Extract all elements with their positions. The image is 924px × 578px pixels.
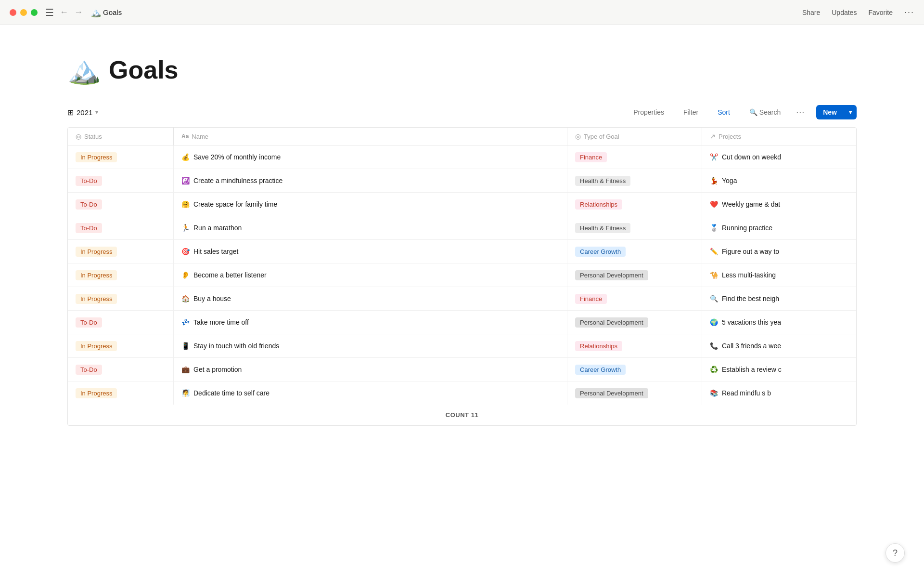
row-name[interactable]: 📱 Stay in touch with old friends	[174, 334, 567, 357]
table-row[interactable]: To-Do 💼 Get a promotion Career Growth ♻️…	[68, 358, 856, 381]
share-button[interactable]: Share	[802, 9, 820, 16]
table-row[interactable]: To-Do 🏃 Run a marathon Health & Fitness …	[68, 216, 856, 240]
name-text: Become a better listener	[193, 271, 267, 279]
row-project[interactable]: ♻️ Establish a review c	[702, 358, 856, 381]
goal-type-badge: Career Growth	[575, 365, 626, 375]
sort-button[interactable]: Sort	[714, 106, 734, 118]
row-project[interactable]: 💃 Yoga	[702, 169, 856, 192]
maximize-button[interactable]	[31, 9, 38, 16]
project-text: Running practice	[722, 224, 772, 232]
table-row[interactable]: In Progress 🧖 Dedicate time to self care…	[68, 381, 856, 405]
row-name[interactable]: 💤 Take more time off	[174, 311, 567, 334]
name-text: Buy a house	[193, 295, 231, 302]
back-button[interactable]: ←	[60, 7, 68, 17]
filter-button[interactable]: Filter	[680, 106, 702, 118]
goal-type-badge: Personal Development	[575, 388, 648, 398]
table-row[interactable]: In Progress 👂 Become a better listener P…	[68, 263, 856, 287]
status-badge: To-Do	[76, 223, 102, 233]
goal-type-badge: Health & Fitness	[575, 223, 630, 233]
row-name[interactable]: 💰 Save 20% of monthly income	[174, 145, 567, 169]
row-goal-type: Personal Development	[567, 381, 702, 405]
row-goal-type: Finance	[567, 287, 702, 310]
project-emoji: 🐪	[710, 271, 718, 279]
row-project[interactable]: 🌍 5 vacations this yea	[702, 311, 856, 334]
name-text: Take more time off	[193, 318, 249, 326]
row-project[interactable]: 📚 Read mindfu s b	[702, 381, 856, 405]
favorite-button[interactable]: Favorite	[868, 9, 893, 16]
row-name[interactable]: 🏠 Buy a house	[174, 287, 567, 310]
updates-button[interactable]: Updates	[832, 9, 857, 16]
row-project[interactable]: 🔍 Find the best neigh	[702, 287, 856, 310]
table-row[interactable]: To-Do 🤗 Create space for family time Rel…	[68, 193, 856, 216]
help-button[interactable]: ?	[886, 543, 905, 563]
row-project[interactable]: ❤️ Weekly game & dat	[702, 193, 856, 216]
close-button[interactable]	[10, 9, 16, 16]
name-emoji: 🎯	[181, 248, 190, 255]
table-row[interactable]: To-Do ☯️ Create a mindfulness practice H…	[68, 169, 856, 193]
forward-button[interactable]: →	[74, 7, 83, 17]
row-project[interactable]: 🐪 Less multi-tasking	[702, 263, 856, 287]
row-name[interactable]: 👂 Become a better listener	[174, 263, 567, 287]
row-status: In Progress	[68, 240, 174, 263]
row-name[interactable]: 🏃 Run a marathon	[174, 216, 567, 239]
name-emoji: 🏠	[181, 295, 190, 302]
status-badge: To-Do	[76, 365, 102, 375]
row-goal-type: Finance	[567, 145, 702, 169]
row-goal-type: Career Growth	[567, 358, 702, 381]
search-label: Search	[759, 108, 781, 116]
goal-type-badge: Personal Development	[575, 317, 648, 328]
status-badge: In Progress	[76, 388, 117, 398]
search-button[interactable]: 🔍 Search	[745, 106, 784, 118]
new-button-chevron-icon[interactable]: ▾	[844, 105, 857, 119]
view-selector[interactable]: ⊞ 2021 ▾	[67, 108, 98, 117]
table-row[interactable]: In Progress 📱 Stay in touch with old fri…	[68, 334, 856, 358]
more-options-button[interactable]: ···	[904, 7, 914, 17]
minimize-button[interactable]	[20, 9, 27, 16]
table-row[interactable]: In Progress 💰 Save 20% of monthly income…	[68, 145, 856, 169]
properties-button[interactable]: Properties	[629, 106, 668, 118]
row-goal-type: Personal Development	[567, 263, 702, 287]
row-status: In Progress	[68, 145, 174, 169]
column-name: Aa Name	[174, 128, 567, 145]
titlebar: ☰ ← → 🏔️ Goals Share Updates Favorite ··…	[0, 0, 924, 25]
row-goal-type: Relationships	[567, 334, 702, 357]
row-name[interactable]: ☯️ Create a mindfulness practice	[174, 169, 567, 192]
goal-type-badge: Personal Development	[575, 270, 648, 280]
new-button-label[interactable]: New	[816, 105, 844, 119]
column-type: ◎ Type of Goal	[567, 128, 702, 145]
status-badge: In Progress	[76, 152, 117, 162]
row-project[interactable]: ✂️ Cut down on weekd	[702, 145, 856, 169]
type-column-icon: ◎	[575, 132, 581, 140]
row-name[interactable]: 💼 Get a promotion	[174, 358, 567, 381]
table-row[interactable]: In Progress 🏠 Buy a house Finance 🔍 Find…	[68, 287, 856, 311]
toolbar-more-button[interactable]: ···	[796, 107, 805, 118]
row-name[interactable]: 🎯 Hit sales target	[174, 240, 567, 263]
row-name[interactable]: 🤗 Create space for family time	[174, 193, 567, 216]
project-text: Figure out a way to	[722, 248, 779, 255]
goal-type-badge: Career Growth	[575, 247, 626, 257]
name-text: Stay in touch with old friends	[193, 342, 279, 350]
row-goal-type: Career Growth	[567, 240, 702, 263]
row-name[interactable]: 🧖 Dedicate time to self care	[174, 381, 567, 405]
main-content: 🏔️ Goals ⊞ 2021 ▾ Properties Filter Sort…	[0, 25, 924, 426]
project-emoji: 🔍	[710, 295, 718, 302]
page-icon: 🏔️	[90, 7, 101, 18]
status-badge: In Progress	[76, 247, 117, 257]
new-button[interactable]: New ▾	[816, 105, 857, 119]
row-status: To-Do	[68, 311, 174, 334]
view-icon: ⊞	[67, 108, 74, 117]
row-project[interactable]: 🥈 Running practice	[702, 216, 856, 239]
sidebar-toggle-icon[interactable]: ☰	[45, 7, 54, 18]
table-row[interactable]: To-Do 💤 Take more time off Personal Deve…	[68, 311, 856, 334]
project-text: Cut down on weekd	[722, 153, 781, 161]
name-emoji: 💼	[181, 366, 190, 373]
status-badge: To-Do	[76, 317, 102, 328]
goal-type-badge: Health & Fitness	[575, 176, 630, 186]
goal-type-badge: Finance	[575, 294, 607, 304]
table-row[interactable]: In Progress 🎯 Hit sales target Career Gr…	[68, 240, 856, 263]
row-project[interactable]: ✏️ Figure out a way to	[702, 240, 856, 263]
table-footer: COUNT 11	[68, 405, 856, 425]
project-emoji: ♻️	[710, 366, 718, 373]
project-text: Establish a review c	[722, 366, 782, 373]
row-project[interactable]: 📞 Call 3 friends a wee	[702, 334, 856, 357]
